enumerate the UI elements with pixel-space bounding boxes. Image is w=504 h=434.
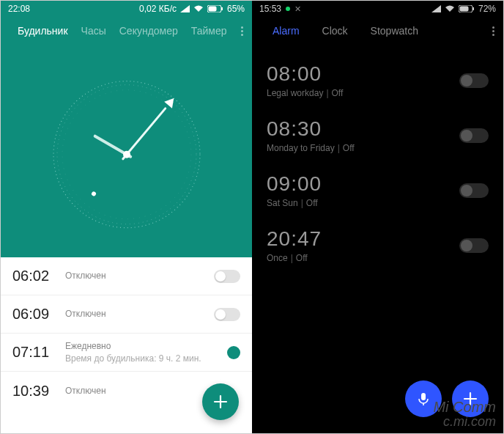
status-right: 0,02 КБ/с 65%	[139, 4, 245, 14]
tab-alarm[interactable]: Alarm	[262, 25, 306, 37]
alarm-label: Ежедневно Время до будильника: 9 ч. 2 ми…	[65, 340, 227, 364]
svg-point-11	[123, 151, 130, 158]
signal-icon	[180, 5, 190, 12]
svg-marker-0	[180, 5, 190, 12]
mic-icon	[416, 391, 431, 406]
status-bar: 15:53 ✕ 72%	[252, 1, 503, 17]
alarm-toggle[interactable]	[214, 270, 240, 283]
alarm-toggle[interactable]	[459, 73, 489, 88]
add-alarm-button[interactable]	[452, 380, 489, 417]
phone-dark: 15:53 ✕ 72% Alarm Clock Stopwatch 08:00	[252, 1, 503, 433]
overflow-menu-icon[interactable]	[235, 26, 249, 36]
status-bar: 22:08 0,02 КБ/с 65%	[1, 1, 252, 17]
overflow-menu-icon[interactable]	[486, 26, 500, 36]
alarm-time: 09:00	[267, 172, 459, 196]
alarm-time: 10:39	[12, 383, 65, 400]
battery-icon	[207, 5, 223, 12]
alarm-desc: Once|Off	[267, 253, 459, 263]
recording-indicator-icon	[286, 7, 290, 11]
plus-icon	[462, 391, 478, 407]
svg-rect-18	[421, 393, 426, 400]
alarm-time: 07:11	[12, 344, 65, 361]
alarm-row[interactable]: 06:02 Отключен	[1, 257, 252, 295]
svg-point-8	[90, 191, 96, 196]
alarm-toggle[interactable]	[459, 183, 489, 198]
alarm-time: 06:02	[12, 268, 65, 284]
svg-marker-14	[431, 5, 441, 12]
alarm-row[interactable]: 08:00 Legal workday|Off	[252, 54, 503, 108]
alarm-label: Отключен	[65, 308, 214, 320]
tab-clock[interactable]: Часы	[75, 25, 113, 37]
alarm-time: 06:09	[12, 306, 65, 323]
status-battery: 65%	[227, 4, 245, 14]
alarm-toggle[interactable]	[459, 238, 489, 253]
alarm-label: Отключен	[65, 270, 214, 282]
tab-clock[interactable]: Clock	[306, 25, 364, 37]
alarm-desc: Monday to Friday|Off	[267, 143, 459, 153]
alarm-toggle[interactable]	[227, 346, 240, 359]
status-battery: 72%	[478, 4, 496, 14]
alarm-list: 08:00 Legal workday|Off 08:30 Monday to …	[252, 45, 503, 273]
tab-bar: Будильник Часы Секундомер Таймер	[1, 17, 252, 45]
alarm-row[interactable]: 20:47 Once|Off	[252, 218, 503, 273]
svg-rect-16	[459, 7, 468, 12]
svg-rect-17	[472, 7, 474, 10]
tab-bar: Alarm Clock Stopwatch	[252, 17, 503, 45]
alarm-desc: Legal workday|Off	[267, 88, 459, 98]
phone-light: 22:08 0,02 КБ/с 65% Будильник Часы Секун…	[1, 1, 252, 433]
signal-icon	[431, 5, 441, 12]
alarm-row[interactable]: 08:30 Monday to Friday|Off	[252, 108, 503, 163]
alarm-row[interactable]: 09:00 Sat Sun|Off	[252, 163, 503, 218]
alarm-row[interactable]: 07:11 Ежедневно Время до будильника: 9 ч…	[1, 334, 252, 372]
close-indicator-icon: ✕	[294, 4, 301, 14]
wifi-icon	[193, 5, 204, 12]
voice-button[interactable]	[405, 380, 442, 417]
alarm-toggle[interactable]	[214, 308, 240, 321]
analog-clock	[1, 45, 252, 257]
status-time: 22:08	[8, 4, 30, 14]
status-right: 72%	[431, 4, 496, 14]
status-time: 15:53	[259, 4, 281, 14]
alarm-time: 08:30	[267, 117, 459, 141]
tab-alarm[interactable]: Будильник	[11, 25, 75, 37]
tab-stopwatch[interactable]: Секундомер	[113, 25, 185, 37]
alarm-time: 08:00	[267, 62, 459, 86]
wifi-icon	[445, 5, 455, 12]
add-alarm-button[interactable]	[202, 383, 239, 420]
status-speed: 0,02 КБ/с	[139, 4, 177, 14]
alarm-desc: Sat Sun|Off	[267, 198, 459, 208]
svg-rect-3	[221, 7, 223, 10]
alarm-row[interactable]: 06:09 Отключен	[1, 295, 252, 334]
alarm-time: 20:47	[267, 227, 459, 251]
tab-timer[interactable]: Таймер	[185, 25, 234, 37]
tab-stopwatch[interactable]: Stopwatch	[364, 25, 425, 37]
svg-rect-2	[208, 7, 216, 12]
alarm-toggle[interactable]	[459, 128, 489, 143]
svg-line-10	[122, 108, 165, 159]
battery-icon	[459, 5, 475, 12]
